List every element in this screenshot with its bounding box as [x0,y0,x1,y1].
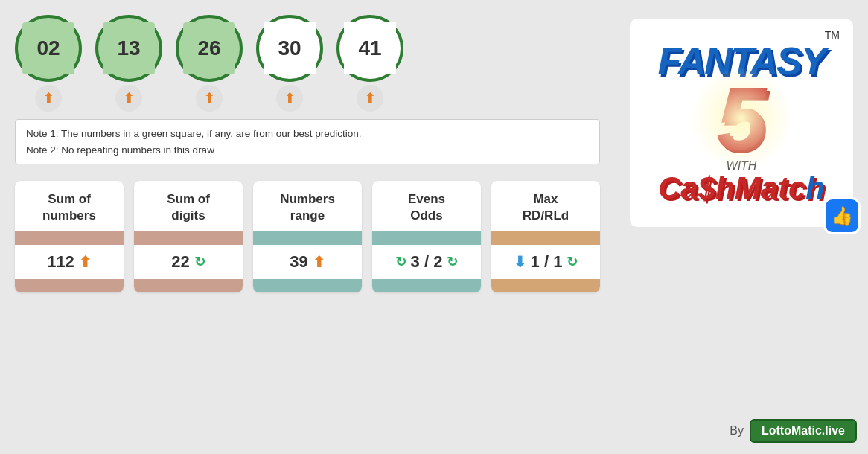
evens-odds-value: 3 / 2 [411,252,443,272]
ball-2: 13 [95,15,162,82]
ball-5-arrow[interactable]: ⬆ [357,85,383,112]
ball-4: 30 [256,15,323,82]
notes-section: Note 1: The numbers in a green square, i… [15,119,600,164]
stat-bar-top-numbers-range [253,231,362,245]
stat-card-evens-odds: EvensOdds ↻ 3 / 2 ↻ [372,181,481,292]
ball-3-number: 26 [183,22,235,74]
by-label: By [730,424,744,438]
sum-digits-icon-refresh: ↻ [194,254,205,270]
lottomatic-badge[interactable]: LottoMatic.live [750,419,857,443]
note-2: Note 2: No repeating numbers in this dra… [26,142,589,159]
stat-card-max-rd: MaxRD/RLd ⬇ 1 / 1 ↻ [491,181,600,292]
numbers-range-icon-up: ⬆ [313,253,325,271]
ball-2-number: 13 [103,22,155,74]
sum-numbers-value: 112 [47,252,74,272]
evens-odds-icon-right: ↻ [447,254,458,270]
ball-2-arrow[interactable]: ⬆ [115,85,142,112]
cash-match-text: Ca$hMatch [658,173,825,204]
ball-container-1: 02 ⬆ [15,15,82,112]
ball-container-3: 26 ⬆ [176,15,243,112]
sum-numbers-icon-up: ⬆ [79,253,92,271]
logo-area: TM FANTASY 5 WITH Ca$hMatch 👍 [630,19,853,227]
max-rd-icon-down: ⬇ [514,253,526,271]
stat-title-numbers-range: Numbersrange [253,181,362,231]
fantasy-logo: FANTASY 5 WITH Ca$hMatch [658,42,826,204]
stat-card-sum-numbers: Sum ofnumbers 112 ⬆ [15,181,124,292]
numbers-range-value: 39 [290,252,307,272]
stat-value-evens-odds: ↻ 3 / 2 ↻ [372,245,481,279]
stat-value-sum-numbers: 112 ⬆ [15,245,124,279]
ball-3-arrow[interactable]: ⬆ [196,85,223,112]
ball-1-arrow[interactable]: ⬆ [35,85,62,112]
ball-1: 02 [15,15,82,82]
max-rd-icon-refresh: ↻ [567,254,578,270]
ball-container-5: 41 ⬆ [336,15,403,112]
ball-container-2: 13 ⬆ [95,15,162,112]
thumb-up-badge[interactable]: 👍 [823,197,861,234]
stat-bar-bottom-sum-numbers [15,279,124,292]
ball-4-number: 30 [264,22,316,74]
right-panel: TM FANTASY 5 WITH Ca$hMatch 👍 By LottoMa… [615,0,868,454]
stat-title-max-rd: MaxRD/RLd [491,181,600,231]
stat-bar-top-sum-numbers [15,231,124,245]
ball-5-number: 41 [344,22,396,74]
branding-row: By LottoMatic.live [730,412,857,443]
balls-row: 02 ⬆ 13 ⬆ 26 ⬆ 30 [15,15,600,112]
stat-card-sum-digits: Sum ofdigits 22 ↻ [134,181,243,292]
stat-value-sum-digits: 22 ↻ [134,245,243,279]
stat-bar-top-max-rd [491,231,600,245]
ball-container-4: 30 ⬆ [256,15,323,112]
ball-5: 41 [336,15,403,82]
evens-odds-icon-left: ↻ [395,254,406,270]
stat-bar-bottom-evens-odds [372,279,481,292]
stat-title-evens-odds: EvensOdds [372,181,481,231]
stat-bar-bottom-sum-digits [134,279,243,292]
stat-title-sum-digits: Sum ofdigits [134,181,243,231]
stat-bar-bottom-numbers-range [253,279,362,292]
stat-bar-top-sum-digits [134,231,243,245]
tm-label: TM [825,29,840,41]
stat-value-numbers-range: 39 ⬆ [253,245,362,279]
ball-1-number: 02 [22,22,74,74]
sum-digits-value: 22 [171,252,189,272]
ball-3: 26 [176,15,243,82]
sunburst: 5 [717,80,767,156]
sunburst-rays [689,66,794,170]
ball-4-arrow[interactable]: ⬆ [276,85,303,112]
stat-card-numbers-range: Numbersrange 39 ⬆ [253,181,362,292]
note-1: Note 1: The numbers in a green square, i… [26,126,589,142]
stats-row: Sum ofnumbers 112 ⬆ Sum ofdigits 22 ↻ [15,181,600,292]
stat-title-sum-numbers: Sum ofnumbers [15,181,124,231]
max-rd-value: 1 / 1 [531,252,563,272]
stat-bar-top-evens-odds [372,231,481,245]
stat-bar-bottom-max-rd [491,279,600,292]
stat-value-max-rd: ⬇ 1 / 1 ↻ [491,245,600,279]
